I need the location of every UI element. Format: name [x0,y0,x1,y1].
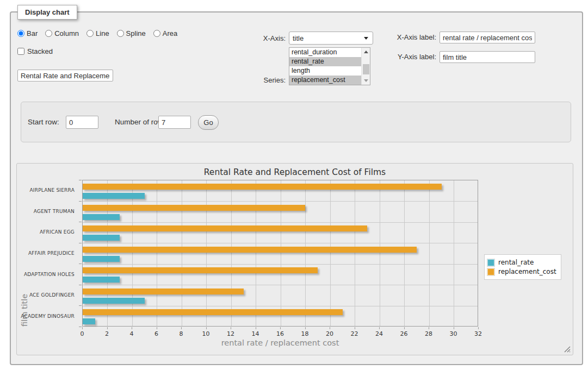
radio-option-line[interactable]: Line [86,29,109,37]
x-tick-mark [231,327,231,329]
start-row-input[interactable] [66,116,98,129]
scrollbar-thumb[interactable] [363,64,369,74]
gridline-v [107,180,108,326]
gridline-h [83,264,478,265]
legend-label: rental_rate [498,259,534,266]
scroll-down-button[interactable] [362,77,370,85]
x-tick-label: 8 [173,330,189,337]
x-tick-mark [256,327,256,329]
x-tick-label: 2 [99,330,115,337]
bar-replacement_cost [83,247,417,253]
series-listbox[interactable]: rental_durationrental_ratelengthreplacem… [289,47,370,85]
bar-rental_rate [83,318,95,324]
y-axis-label-input[interactable] [440,51,535,63]
scroll-down-icon [364,79,368,82]
y-tick-mark [79,327,82,327]
scroll-up-button[interactable] [362,48,370,56]
x-tick-label: 0 [74,330,90,337]
x-tick-label: 10 [198,330,214,337]
gridline-v [182,180,182,326]
gridline-v [454,180,454,326]
x-tick-label: 6 [148,330,165,337]
x-tick-label: 32 [470,330,486,337]
num-rows-input[interactable] [158,116,191,129]
y-tick-mark [79,305,82,306]
gridline-v [404,180,405,326]
category-label: AIRPLANE SIERRA [17,187,78,193]
series-select-label: Series: [239,76,286,84]
radio-label: Spline [126,29,146,37]
listbox-option-replacement_cost[interactable]: replacement_cost [289,76,370,85]
x-tick-label: 4 [123,330,140,337]
radio-input-line[interactable] [86,30,94,37]
series-listbox-options: rental_durationrental_ratelengthreplacem… [289,48,370,85]
x-axis-label-label: X-Axis label: [381,33,436,41]
radio-input-area[interactable] [153,30,160,37]
radio-option-area[interactable]: Area [153,29,177,37]
radio-option-spline[interactable]: Spline [117,29,146,37]
listbox-option-rental_duration[interactable]: rental_duration [289,48,370,57]
radio-label: Line [96,29,109,37]
stacked-label: Stacked [27,47,53,55]
gridline-v [157,180,157,326]
chart-title-input[interactable] [17,70,113,81]
x-axis-label-input[interactable] [440,32,535,43]
x-axis-select-value: title [293,34,304,42]
y-tick-mark [79,243,82,243]
bar-replacement_cost [83,267,318,273]
gridline-v [355,180,355,326]
rows-panel: Start row: Number of rows: Go [21,102,571,142]
resize-handle-icon[interactable] [564,346,571,353]
start-row-label: Start row: [28,118,59,126]
gridline-h [83,285,478,285]
stacked-checkbox[interactable] [17,48,24,55]
gridline-v [231,180,232,326]
legend-swatch-rental_rate [487,259,494,266]
radio-option-column[interactable]: Column [45,29,79,37]
listbox-scrollbar[interactable] [361,48,370,85]
gridline-h [83,222,478,223]
x-tick-mark [132,327,132,329]
x-axis-title: rental rate / replacement cost [82,338,478,347]
legend-item: replacement_cost [487,268,556,275]
x-tick-label: 24 [371,330,387,337]
x-tick-mark [330,327,330,329]
radio-input-spline[interactable] [117,30,124,37]
x-tick-mark [429,327,429,329]
x-tick-mark [478,327,479,329]
category-label: AFFAIR PREJUDICE [17,250,78,256]
radio-label: Column [54,29,79,37]
gridline-h [83,306,478,306]
y-tick-mark [79,180,82,180]
x-axis-select[interactable]: title [289,32,373,45]
radio-input-column[interactable] [45,30,52,37]
chart-legend: rental_ratereplacement_cost [484,254,561,280]
x-tick-label: 20 [321,330,338,337]
gridline-v [132,180,133,326]
radio-input-bar[interactable] [17,30,24,37]
x-tick-mark [157,327,157,329]
stacked-option[interactable]: Stacked [17,47,53,55]
radio-option-bar[interactable]: Bar [17,29,38,37]
chart-type-radios: BarColumnLineSplineArea [17,29,177,37]
x-tick-label: 18 [297,330,313,337]
radio-label: Area [163,29,177,37]
x-tick-mark [280,327,281,329]
gridline-v [206,180,207,326]
listbox-option-rental_rate[interactable]: rental_rate [289,57,370,66]
bar-replacement_cost [83,205,305,211]
bar-replacement_cost [83,184,442,190]
x-tick-mark [355,327,355,329]
x-tick-mark [404,327,405,329]
listbox-option-length[interactable]: length [289,66,370,76]
gridline-h [83,201,478,202]
x-tick-label: 22 [346,330,363,337]
gridline-v [380,180,380,326]
gridline-h [83,243,478,243]
y-tick-mark [79,285,82,285]
bar-rental_rate [83,256,120,262]
bar-rental_rate [83,277,120,283]
x-tick-mark [82,327,83,329]
category-label: ACE GOLDFINGER [17,292,78,298]
go-button[interactable]: Go [198,115,219,130]
